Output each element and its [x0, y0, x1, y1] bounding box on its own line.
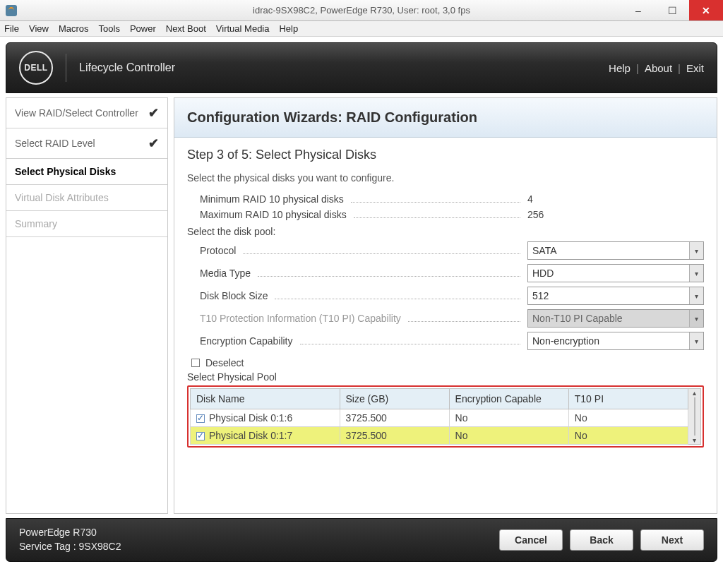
chevron-down-icon: ▾: [689, 310, 703, 327]
chevron-down-icon: ▾: [689, 242, 703, 259]
close-button[interactable]: ✕: [689, 0, 723, 20]
menu-help[interactable]: Help: [279, 23, 298, 34]
deselect-row: Deselect: [191, 357, 704, 368]
menu-power[interactable]: Power: [130, 23, 156, 34]
menu-file[interactable]: File: [4, 23, 19, 34]
sidebar-item-label: Virtual Disk Attributes: [15, 192, 109, 203]
row-checkbox[interactable]: [196, 414, 205, 423]
minimize-button[interactable]: –: [621, 0, 655, 20]
menu-tools[interactable]: Tools: [99, 23, 120, 34]
sidebar-item-vd-attributes[interactable]: Virtual Disk Attributes: [6, 185, 167, 211]
panel-body: Step 3 of 5: Select Physical Disks Selec…: [174, 138, 717, 453]
app-header: DELL Lifecycle Controller Help | About |…: [6, 42, 717, 93]
wizard-sidebar: View RAID/Select Controller ✔ Select RAI…: [6, 97, 168, 514]
content-wrap: View RAID/Select Controller ✔ Select RAI…: [6, 97, 717, 514]
sidebar-item-summary[interactable]: Summary: [6, 211, 167, 237]
deselect-label: Deselect: [205, 357, 244, 368]
sidebar-item-view-raid[interactable]: View RAID/Select Controller ✔: [6, 98, 167, 128]
wizard-main-panel: Configuration Wizards: RAID Configuratio…: [174, 97, 717, 514]
encryption-select[interactable]: Non-encryption ▾: [527, 332, 704, 350]
sidebar-item-label: Summary: [15, 218, 57, 229]
cell-encryption: No: [449, 427, 568, 445]
cell-t10pi: No: [568, 409, 688, 427]
divider: |: [678, 62, 681, 74]
dot-line: [300, 344, 520, 344]
dot-line: [351, 202, 520, 203]
t10-label: T10 Protection Information (T10 PI) Capa…: [200, 313, 401, 324]
max-disks-row: Maximum RAID 10 physical disks 256: [187, 209, 704, 220]
menubar: File View Macros Tools Power Next Boot V…: [0, 21, 723, 37]
disk-block-size-row: Disk Block Size 512 ▾: [187, 287, 704, 305]
encryption-value: Non-encryption: [532, 335, 599, 347]
sidebar-item-label: View RAID/Select Controller: [15, 107, 138, 119]
media-type-row: Media Type HDD ▾: [187, 264, 704, 282]
menu-macros[interactable]: Macros: [59, 23, 89, 34]
col-size[interactable]: Size (GB): [340, 389, 449, 409]
java-icon: [6, 5, 17, 16]
sidebar-item-label: Select Physical Disks: [15, 166, 116, 177]
media-type-select[interactable]: HDD ▾: [527, 264, 704, 282]
cancel-button[interactable]: Cancel: [499, 529, 563, 551]
table-row[interactable]: Physical Disk 0:1:6 3725.500 No No: [191, 409, 688, 427]
panel-title: Configuration Wizards: RAID Configuratio…: [174, 98, 717, 138]
physical-pool-label: Select Physical Pool: [187, 371, 704, 383]
window-titlebar: idrac-9SX98C2, PowerEdge R730, User: roo…: [0, 0, 723, 21]
menu-virtual-media[interactable]: Virtual Media: [216, 23, 270, 34]
protocol-label: Protocol: [200, 245, 236, 256]
header-exit-link[interactable]: Exit: [686, 62, 704, 74]
window-title: idrac-9SX98C2, PowerEdge R730, User: roo…: [0, 5, 723, 16]
scroll-up-icon[interactable]: ▴: [693, 389, 696, 397]
window-buttons: – ☐ ✕: [621, 0, 723, 20]
chevron-down-icon: ▾: [689, 265, 703, 282]
footer-service-tag-label: Service Tag :: [19, 541, 76, 552]
dell-logo-icon: DELL: [19, 51, 53, 85]
dot-line: [243, 253, 520, 254]
t10-row: T10 Protection Information (T10 PI) Capa…: [187, 309, 704, 328]
col-t10pi[interactable]: T10 PI: [568, 389, 688, 409]
sidebar-item-select-raid-level[interactable]: Select RAID Level ✔: [6, 128, 167, 159]
back-button[interactable]: Back: [570, 529, 633, 551]
header-about-link[interactable]: About: [645, 62, 672, 74]
t10-select: Non-T10 PI Capable ▾: [527, 309, 704, 328]
max-disks-value: 256: [527, 209, 704, 220]
table-row[interactable]: Physical Disk 0:1:7 3725.500 No No: [191, 427, 688, 445]
encryption-row: Encryption Capability Non-encryption ▾: [187, 332, 704, 350]
media-type-value: HDD: [532, 268, 554, 279]
protocol-select[interactable]: SATA ▾: [527, 241, 704, 260]
menu-view[interactable]: View: [29, 23, 49, 34]
min-disks-label: Minimum RAID 10 physical disks: [200, 193, 344, 205]
dot-line: [408, 321, 520, 322]
disk-block-size-value: 512: [532, 290, 549, 301]
check-icon: ✔: [148, 136, 159, 151]
min-disks-row: Minimum RAID 10 physical disks 4: [187, 193, 704, 205]
cell-encryption: No: [449, 409, 568, 427]
scroll-down-icon[interactable]: ▾: [693, 436, 696, 444]
min-disks-value: 4: [527, 193, 704, 205]
header-help-link[interactable]: Help: [609, 62, 631, 74]
scroll-thumb[interactable]: [694, 397, 695, 436]
deselect-checkbox[interactable]: [191, 359, 200, 367]
t10-value: Non-T10 PI Capable: [532, 313, 623, 324]
encryption-label: Encryption Capability: [200, 335, 293, 347]
menu-next-boot[interactable]: Next Boot: [166, 23, 206, 34]
select-pool-label: Select the disk pool:: [187, 226, 704, 237]
col-disk-name[interactable]: Disk Name: [191, 389, 340, 409]
table-scrollbar[interactable]: ▴ ▾: [688, 388, 701, 445]
chevron-down-icon: ▾: [689, 332, 703, 349]
dot-line: [258, 276, 520, 277]
dot-line: [275, 299, 520, 299]
sidebar-item-select-phys-disks[interactable]: Select Physical Disks: [6, 159, 167, 185]
sidebar-item-label: Select RAID Level: [15, 138, 95, 149]
header-links: Help | About | Exit: [609, 62, 704, 74]
chevron-down-icon: ▾: [689, 287, 703, 304]
row-checkbox[interactable]: [196, 432, 205, 440]
header-product: Lifecycle Controller: [79, 61, 175, 74]
header-separator: [66, 54, 66, 82]
step-description: Select the physical disks you want to co…: [187, 172, 704, 184]
footer-buttons: Cancel Back Next: [499, 529, 704, 551]
cell-size: 3725.500: [340, 409, 449, 427]
next-button[interactable]: Next: [640, 529, 704, 551]
disk-block-size-select[interactable]: 512 ▾: [527, 287, 704, 305]
col-encryption[interactable]: Encryption Capable: [449, 389, 568, 409]
maximize-button[interactable]: ☐: [655, 0, 689, 20]
